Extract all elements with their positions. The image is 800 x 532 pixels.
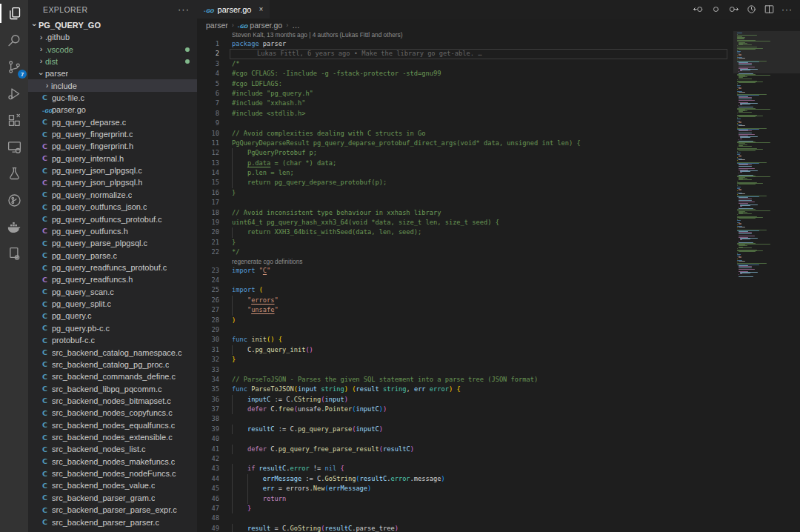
tree-item[interactable]: Cpg_query_json_plpgsql.h [28,176,197,188]
line-number[interactable]: 21 [197,238,219,247]
line-number[interactable]: 11 [197,139,219,148]
tree-item[interactable]: Cpg_query_json_plpgsql.c [28,164,197,176]
line-number[interactable]: 40 [197,434,219,444]
activitybar-remote-explorer[interactable] [0,133,28,160]
line-number[interactable]: 33 [197,365,219,375]
tree-item[interactable]: Csrc_backend_nodes_equalfuncs.c [28,419,197,431]
tree-item[interactable]: Cguc-file.c [28,92,197,104]
line-number[interactable]: 45 [197,484,219,493]
breadcrumb-item[interactable]: parser [206,21,228,30]
code-line[interactable]: 21} [197,238,733,247]
tree-item[interactable]: Csrc_backend_nodes_nodeFuncs.c [28,468,197,479]
code-line[interactable]: 18// Avoid inconsistent type behaviour i… [197,208,733,218]
code-line[interactable]: 14p.len = len; [197,168,733,178]
tree-item[interactable]: Cpg_query_scan.c [28,286,197,298]
code-line[interactable]: 19uint64_t pg_query_hash_xxh3_64(void *d… [197,218,733,227]
code-lens[interactable]: Steven Kalt, 13 months ago | 4 authors (… [197,31,733,39]
code-line[interactable]: 32} [197,355,733,365]
line-number[interactable]: 34 [197,375,219,385]
line-number[interactable]: 28 [197,316,219,325]
code-line[interactable]: 41defer C.pg_query_free_parse_result(res… [197,445,733,454]
tree-item[interactable]: Csrc_backend_nodes_value.c [28,479,197,491]
code-line[interactable]: 25import ( [197,285,733,295]
tree-item[interactable]: Cpg_query_internal.h [28,153,197,164]
code-line[interactable]: 47} [197,504,733,513]
line-number[interactable]: 41 [197,445,219,454]
line-number[interactable]: 42 [197,454,219,464]
activitybar-file-settings[interactable] [0,240,28,267]
tree-item[interactable]: Csrc_backend_libpq_pqcomm.c [28,382,197,394]
line-number[interactable]: 8 [197,109,219,119]
code-line[interactable]: 24 [197,276,733,285]
code-line[interactable]: 31C.pg_query_init() [197,345,733,355]
code-area[interactable]: Steven Kalt, 13 months ago | 4 authors (… [197,31,733,532]
line-number[interactable]: 22 [197,247,219,257]
line-number[interactable]: 36 [197,395,219,405]
tree-item[interactable]: Cpg_query.pb-c.c [28,322,197,334]
code-line[interactable]: 4#cgo CFLAGS: -Iinclude -g -fstack-prote… [197,69,733,79]
line-number[interactable]: 35 [197,385,219,394]
line-number[interactable]: 9 [197,119,219,128]
tree-item[interactable]: ›dist [28,56,197,67]
line-number[interactable]: 19 [197,218,219,227]
activitybar-gitlens[interactable] [0,187,28,213]
more-actions-icon[interactable]: ··· [178,4,190,15]
code-line[interactable]: 43if resultC.error != nil { [197,464,733,473]
code-lens[interactable]: regenerate cgo definitions [197,258,733,266]
activitybar-run-debug[interactable] [0,80,28,107]
code-line[interactable]: 20return XXH3_64bits_withSeed(data, len,… [197,227,733,237]
more-actions-icon[interactable]: ··· [781,4,793,15]
line-number[interactable]: 14 [197,168,219,178]
line-number[interactable]: 39 [197,425,219,434]
tree-item[interactable]: Cpg_query_parse_plpgsql.c [28,237,197,249]
activitybar-docker[interactable] [0,213,28,240]
close-icon[interactable]: × [259,5,263,13]
line-number[interactable]: 49 [197,524,219,532]
tree-item[interactable]: ›.vscode [28,43,197,55]
line-number[interactable]: 5 [197,79,219,89]
code-line[interactable]: 46return [197,494,733,504]
line-number[interactable]: 6 [197,89,219,99]
code-line[interactable]: 44errMessage := C.GoString(resultC.error… [197,474,733,484]
code-line[interactable]: 8#include <stdlib.h> [197,109,733,119]
line-number[interactable]: 23 [197,266,219,276]
line-number[interactable]: 32 [197,355,219,365]
code-line[interactable]: 36inputC := C.CString(input) [197,395,733,405]
code-line[interactable]: 9 [197,119,733,128]
code-line[interactable]: 34// ParseToJSON - Parses the given SQL … [197,375,733,385]
line-number[interactable]: 17 [197,198,219,207]
code-line[interactable]: 29 [197,325,733,335]
previous-change-icon[interactable] [693,4,704,15]
code-line[interactable]: 48 [197,513,733,523]
code-line[interactable]: 15return pg_query_deparse_protobuf(p); [197,178,733,187]
code-line[interactable]: 26"errors" [197,296,733,305]
line-number[interactable]: 10 [197,129,219,139]
tree-item[interactable]: Cpg_query_outfuncs_protobuf.c [28,213,197,225]
tree-item[interactable]: Cpg_query_outfuncs_json.c [28,201,197,213]
code-line[interactable]: 38 [197,414,733,424]
code-line[interactable]: 13p.data = (char *) data; [197,159,733,168]
line-number[interactable]: 15 [197,178,219,187]
code-line[interactable]: 5#cgo LDFLAGS: [197,79,733,89]
line-number[interactable]: 2 [197,49,219,59]
code-line[interactable]: 42 [197,454,733,464]
tree-item[interactable]: Cpg_query_deparse.c [28,116,197,128]
code-line[interactable]: 22*/ [197,247,733,257]
tree-item[interactable]: Cpg_query_readfuncs.h [28,273,197,285]
tree-item[interactable]: Csrc_backend_nodes_copyfuncs.c [28,407,197,419]
split-editor-icon[interactable] [764,4,775,15]
code-line[interactable]: 10// Avoid complexities dealing with C s… [197,129,733,139]
line-number[interactable]: 24 [197,276,219,285]
tree-item[interactable]: ›parser [28,67,197,79]
code-line[interactable]: 45err = errors.New(errMessage) [197,484,733,493]
code-line[interactable]: 39resultC := C.pg_query_parse(inputC) [197,425,733,434]
code-line[interactable]: 11PgQueryDeparseResult pg_query_deparse_… [197,139,733,148]
line-number[interactable]: 44 [197,474,219,484]
line-number[interactable]: 3 [197,59,219,69]
open-changes-icon[interactable] [710,4,721,15]
tree-item[interactable]: Cpg_query_normalize.c [28,189,197,201]
tab-parser-go[interactable]: GOparser.go× [197,0,270,19]
minimap[interactable] [733,31,800,532]
line-number[interactable]: 38 [197,414,219,424]
line-number[interactable]: 7 [197,99,219,108]
